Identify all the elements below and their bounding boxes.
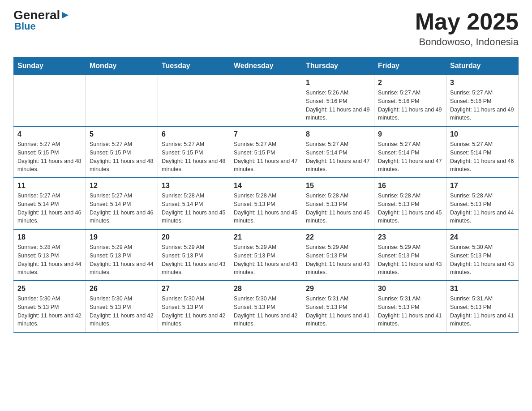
sun-info: Sunrise: 5:27 AMSunset: 5:15 PMDaylight:… <box>234 140 298 174</box>
weekday-header-wednesday: Wednesday <box>230 57 302 75</box>
calendar-cell: 11Sunrise: 5:27 AMSunset: 5:14 PMDayligh… <box>14 178 86 229</box>
day-number: 4 <box>17 130 82 138</box>
sun-info: Sunrise: 5:31 AMSunset: 5:13 PMDaylight:… <box>450 295 515 328</box>
day-number: 12 <box>90 182 154 190</box>
sun-info: Sunrise: 5:30 AMSunset: 5:13 PMDaylight:… <box>17 295 82 328</box>
calendar-week-row: 11Sunrise: 5:27 AMSunset: 5:14 PMDayligh… <box>14 178 519 229</box>
calendar-table: SundayMondayTuesdayWednesdayThursdayFrid… <box>13 57 519 333</box>
calendar-cell: 8Sunrise: 5:27 AMSunset: 5:14 PMDaylight… <box>302 126 374 178</box>
calendar-cell: 13Sunrise: 5:28 AMSunset: 5:14 PMDayligh… <box>158 178 230 229</box>
calendar-cell: 1Sunrise: 5:26 AMSunset: 5:16 PMDaylight… <box>302 75 374 126</box>
day-number: 24 <box>450 233 515 241</box>
calendar-cell <box>14 75 86 126</box>
calendar-cell: 15Sunrise: 5:28 AMSunset: 5:13 PMDayligh… <box>302 178 374 229</box>
sun-info: Sunrise: 5:28 AMSunset: 5:13 PMDaylight:… <box>17 243 82 277</box>
day-number: 25 <box>17 285 82 293</box>
sun-info: Sunrise: 5:27 AMSunset: 5:15 PMDaylight:… <box>90 140 154 174</box>
month-year-title: May 2025 <box>415 9 519 34</box>
sun-info: Sunrise: 5:27 AMSunset: 5:16 PMDaylight:… <box>378 89 442 122</box>
sun-info: Sunrise: 5:27 AMSunset: 5:14 PMDaylight:… <box>17 192 82 225</box>
location-subtitle: Bondowoso, Indonesia <box>415 36 519 48</box>
weekday-header-friday: Friday <box>374 57 446 75</box>
weekday-header-saturday: Saturday <box>446 57 519 75</box>
sun-info: Sunrise: 5:31 AMSunset: 5:13 PMDaylight:… <box>306 295 370 328</box>
calendar-cell: 21Sunrise: 5:29 AMSunset: 5:13 PMDayligh… <box>230 229 302 281</box>
calendar-week-row: 1Sunrise: 5:26 AMSunset: 5:16 PMDaylight… <box>14 75 519 126</box>
sun-info: Sunrise: 5:27 AMSunset: 5:14 PMDaylight:… <box>378 140 442 174</box>
weekday-header-monday: Monday <box>86 57 158 75</box>
calendar-cell: 31Sunrise: 5:31 AMSunset: 5:13 PMDayligh… <box>446 281 519 332</box>
title-block: May 2025 Bondowoso, Indonesia <box>415 9 519 48</box>
calendar-cell: 14Sunrise: 5:28 AMSunset: 5:13 PMDayligh… <box>230 178 302 229</box>
sun-info: Sunrise: 5:30 AMSunset: 5:13 PMDaylight:… <box>162 295 226 328</box>
calendar-cell <box>86 75 158 126</box>
sun-info: Sunrise: 5:29 AMSunset: 5:13 PMDaylight:… <box>234 243 298 277</box>
sun-info: Sunrise: 5:30 AMSunset: 5:13 PMDaylight:… <box>450 243 515 277</box>
day-number: 20 <box>162 233 226 241</box>
day-number: 14 <box>234 182 298 190</box>
day-number: 15 <box>306 182 370 190</box>
day-number: 3 <box>450 79 515 87</box>
day-number: 19 <box>90 233 154 241</box>
calendar-cell: 22Sunrise: 5:29 AMSunset: 5:13 PMDayligh… <box>302 229 374 281</box>
logo-arrow-icon <box>61 11 69 20</box>
day-number: 1 <box>306 79 370 87</box>
day-number: 18 <box>17 233 82 241</box>
calendar-cell: 12Sunrise: 5:27 AMSunset: 5:14 PMDayligh… <box>86 178 158 229</box>
day-number: 9 <box>378 130 442 138</box>
day-number: 6 <box>162 130 226 138</box>
day-number: 10 <box>450 130 515 138</box>
calendar-cell: 26Sunrise: 5:30 AMSunset: 5:13 PMDayligh… <box>86 281 158 332</box>
sun-info: Sunrise: 5:27 AMSunset: 5:14 PMDaylight:… <box>90 192 154 225</box>
logo-general-text: General <box>13 9 60 21</box>
calendar-cell: 25Sunrise: 5:30 AMSunset: 5:13 PMDayligh… <box>14 281 86 332</box>
sun-info: Sunrise: 5:28 AMSunset: 5:13 PMDaylight:… <box>306 192 370 225</box>
calendar-cell: 29Sunrise: 5:31 AMSunset: 5:13 PMDayligh… <box>302 281 374 332</box>
calendar-cell: 27Sunrise: 5:30 AMSunset: 5:13 PMDayligh… <box>158 281 230 332</box>
calendar-cell: 28Sunrise: 5:30 AMSunset: 5:13 PMDayligh… <box>230 281 302 332</box>
day-number: 23 <box>378 233 442 241</box>
sun-info: Sunrise: 5:27 AMSunset: 5:15 PMDaylight:… <box>162 140 226 174</box>
calendar-cell: 16Sunrise: 5:28 AMSunset: 5:13 PMDayligh… <box>374 178 446 229</box>
logo: General Blue <box>13 9 69 32</box>
calendar-week-row: 18Sunrise: 5:28 AMSunset: 5:13 PMDayligh… <box>14 229 519 281</box>
calendar-cell: 23Sunrise: 5:29 AMSunset: 5:13 PMDayligh… <box>374 229 446 281</box>
calendar-cell <box>230 75 302 126</box>
calendar-cell <box>158 75 230 126</box>
day-number: 29 <box>306 285 370 293</box>
day-number: 30 <box>378 285 442 293</box>
day-number: 17 <box>450 182 515 190</box>
day-number: 5 <box>90 130 154 138</box>
calendar-cell: 10Sunrise: 5:27 AMSunset: 5:14 PMDayligh… <box>446 126 519 178</box>
sun-info: Sunrise: 5:26 AMSunset: 5:16 PMDaylight:… <box>306 89 370 122</box>
day-number: 16 <box>378 182 442 190</box>
weekday-header-tuesday: Tuesday <box>158 57 230 75</box>
sun-info: Sunrise: 5:29 AMSunset: 5:13 PMDaylight:… <box>306 243 370 277</box>
day-number: 21 <box>234 233 298 241</box>
calendar-header-row: SundayMondayTuesdayWednesdayThursdayFrid… <box>14 57 519 75</box>
sun-info: Sunrise: 5:29 AMSunset: 5:13 PMDaylight:… <box>378 243 442 277</box>
calendar-cell: 17Sunrise: 5:28 AMSunset: 5:13 PMDayligh… <box>446 178 519 229</box>
page-header: General Blue May 2025 Bondowoso, Indones… <box>13 9 519 48</box>
day-number: 13 <box>162 182 226 190</box>
sun-info: Sunrise: 5:29 AMSunset: 5:13 PMDaylight:… <box>90 243 154 277</box>
calendar-cell: 3Sunrise: 5:27 AMSunset: 5:16 PMDaylight… <box>446 75 519 126</box>
sun-info: Sunrise: 5:29 AMSunset: 5:13 PMDaylight:… <box>162 243 226 277</box>
calendar-week-row: 25Sunrise: 5:30 AMSunset: 5:13 PMDayligh… <box>14 281 519 332</box>
day-number: 28 <box>234 285 298 293</box>
calendar-cell: 4Sunrise: 5:27 AMSunset: 5:15 PMDaylight… <box>14 126 86 178</box>
logo-blue-text: Blue <box>14 21 36 32</box>
weekday-header-thursday: Thursday <box>302 57 374 75</box>
sun-info: Sunrise: 5:27 AMSunset: 5:16 PMDaylight:… <box>450 89 515 122</box>
day-number: 11 <box>17 182 82 190</box>
day-number: 8 <box>306 130 370 138</box>
calendar-cell: 20Sunrise: 5:29 AMSunset: 5:13 PMDayligh… <box>158 229 230 281</box>
sun-info: Sunrise: 5:27 AMSunset: 5:15 PMDaylight:… <box>17 140 82 174</box>
calendar-cell: 24Sunrise: 5:30 AMSunset: 5:13 PMDayligh… <box>446 229 519 281</box>
calendar-cell: 18Sunrise: 5:28 AMSunset: 5:13 PMDayligh… <box>14 229 86 281</box>
svg-marker-0 <box>62 12 69 18</box>
day-number: 2 <box>378 79 442 87</box>
calendar-cell: 30Sunrise: 5:31 AMSunset: 5:13 PMDayligh… <box>374 281 446 332</box>
day-number: 22 <box>306 233 370 241</box>
calendar-cell: 7Sunrise: 5:27 AMSunset: 5:15 PMDaylight… <box>230 126 302 178</box>
